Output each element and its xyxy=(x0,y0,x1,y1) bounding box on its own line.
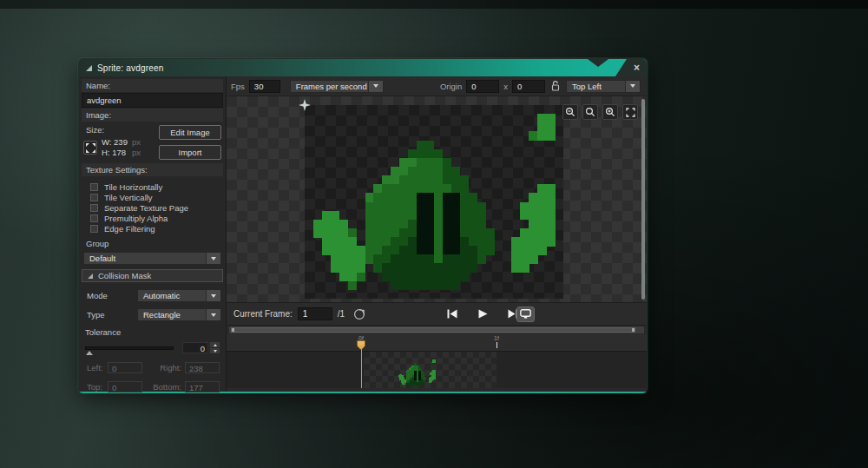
checkbox-row-edge-filtering[interactable]: Edge Filtering xyxy=(90,223,223,234)
timeline-scrollbar[interactable] xyxy=(228,326,645,334)
expand-arrows-icon xyxy=(86,143,95,153)
zoom-in-button[interactable] xyxy=(602,104,618,120)
name-label: Name: xyxy=(82,79,223,92)
play-button[interactable] xyxy=(476,307,490,321)
scrollbar-right-grip[interactable] xyxy=(632,328,635,332)
sprite-canvas[interactable] xyxy=(227,96,647,303)
sprite-properties-panel: Name: avdgreen Image: Size: xyxy=(79,76,227,392)
edit-image-button[interactable]: Edit Image xyxy=(159,125,221,140)
preview-toggle-button[interactable] xyxy=(516,307,535,322)
checkbox-row-premultiply-alpha[interactable]: Premultiply Alpha xyxy=(90,213,223,223)
tolerance-slider[interactable] xyxy=(85,346,174,350)
frame-0-tick-label: 0f xyxy=(358,335,364,341)
height-px-unit: px xyxy=(132,148,141,158)
origin-preset-value: Top Left xyxy=(567,81,625,92)
mode-label: Mode xyxy=(83,291,137,300)
loop-playback-button[interactable] xyxy=(352,307,366,321)
transport-controls xyxy=(445,307,520,321)
scrollbar-left-grip[interactable] xyxy=(232,328,234,332)
unlock-icon xyxy=(551,81,560,91)
triangle-down-icon xyxy=(214,350,217,353)
current-frame-input[interactable]: 1 xyxy=(298,307,332,320)
width-px-unit: px xyxy=(132,137,141,148)
checkbox-label: Edge Filtering xyxy=(104,224,155,234)
checkbox-row-tile-vertically[interactable]: Tile Vertically xyxy=(90,192,223,202)
origin-marker-icon[interactable] xyxy=(299,99,311,111)
playhead-line[interactable] xyxy=(361,349,363,388)
speed-mode-dropdown[interactable]: Frames per second xyxy=(290,80,384,93)
close-icon[interactable]: × xyxy=(634,63,640,73)
current-frame-label: Current Frame: xyxy=(233,309,293,319)
dropdown-arrow-button[interactable] xyxy=(206,253,220,264)
zoom-out-button[interactable] xyxy=(562,104,578,120)
collision-mode-dropdown[interactable]: Automatic xyxy=(137,289,221,302)
chevron-down-icon xyxy=(211,257,216,260)
origin-separator: x xyxy=(503,82,508,91)
spinner-up-button[interactable] xyxy=(210,342,220,347)
tolerance-label: Tolerance xyxy=(82,327,223,337)
slider-thumb[interactable] xyxy=(86,351,93,355)
chevron-down-icon xyxy=(630,84,635,88)
checkbox-icon[interactable] xyxy=(90,204,98,212)
checkbox-row-tile-horizontally[interactable]: Tile Horizontally xyxy=(90,181,223,192)
dropdown-arrow-button[interactable] xyxy=(206,309,220,320)
dropdown-arrow-button[interactable] xyxy=(206,290,220,301)
dropdown-arrow-button[interactable] xyxy=(368,81,383,92)
spinner-down-button[interactable] xyxy=(210,348,220,353)
frame-1-tick-label: 1f xyxy=(494,335,499,341)
collision-type-dropdown[interactable]: Rectangle xyxy=(137,308,221,321)
origin-preset-dropdown[interactable]: Top Left xyxy=(566,80,641,93)
bottom-bound-input[interactable]: 177 xyxy=(185,381,220,392)
collapse-triangle-icon[interactable] xyxy=(88,274,93,279)
timeline-frame-track[interactable] xyxy=(227,352,647,388)
zoom-reset-button[interactable] xyxy=(582,104,598,120)
origin-lock-button[interactable] xyxy=(549,81,562,91)
fit-to-view-button[interactable] xyxy=(622,104,638,120)
origin-label: Origin xyxy=(440,82,462,91)
sprite-image xyxy=(305,105,563,299)
timeline-scrollbar-thumb[interactable] xyxy=(231,327,635,333)
go-to-first-frame-button[interactable] xyxy=(445,307,459,321)
origin-x-input[interactable]: 0 xyxy=(466,80,499,93)
import-button[interactable]: Import xyxy=(159,145,221,160)
chevron-down-icon xyxy=(373,84,378,88)
playback-bar: Current Frame: 1 /1 xyxy=(227,303,647,326)
tolerance-value-input[interactable]: 0 xyxy=(182,342,208,353)
right-bound-input[interactable]: 238 xyxy=(185,362,220,373)
checkbox-icon[interactable] xyxy=(90,183,98,191)
checkbox-label: Tile Horizontally xyxy=(104,182,162,192)
timeline-ruler[interactable]: 0f 1f xyxy=(227,334,647,352)
speed-mode-value: Frames per second xyxy=(291,81,368,92)
sprite-name-input[interactable]: avdgreen xyxy=(82,93,223,108)
window-titlebar[interactable]: Sprite: avdgreen × xyxy=(79,59,647,76)
texture-group-dropdown[interactable]: Default xyxy=(83,252,221,265)
texture-settings-label: Texture Settings: xyxy=(82,163,223,176)
triangle-up-icon xyxy=(214,344,217,346)
dropdown-arrow-button[interactable] xyxy=(625,81,640,92)
resize-sprite-button[interactable] xyxy=(83,141,97,155)
checkbox-icon[interactable] xyxy=(90,214,98,222)
origin-y-input[interactable]: 0 xyxy=(512,80,545,93)
animation-timeline: 0f 1f xyxy=(227,334,647,388)
fps-input[interactable]: 30 xyxy=(249,80,280,93)
left-bound-input[interactable]: 0 xyxy=(108,362,142,373)
chevron-down-icon xyxy=(211,313,216,317)
top-bound-input[interactable]: 0 xyxy=(108,381,142,392)
checkbox-icon[interactable] xyxy=(90,194,98,201)
frame-0-thumbnail[interactable] xyxy=(397,358,437,387)
sprite-height-value: H: 178 xyxy=(102,148,128,158)
collision-mode-value: Automatic xyxy=(138,290,206,301)
right-bound-label: Right: xyxy=(150,363,181,372)
collision-mask-section-header[interactable]: Collision Mask xyxy=(82,269,223,282)
image-label: Image: xyxy=(82,109,223,122)
size-section: Size: W: 239 H: 178 xyxy=(82,122,223,163)
checkbox-label: Tile Vertically xyxy=(104,193,153,202)
sprite-preview-region: Fps 30 Frames per second Origin 0 x 0 xyxy=(227,76,647,392)
sprite-image-bounds[interactable] xyxy=(305,105,563,299)
collapse-triangle-icon[interactable] xyxy=(86,65,92,71)
collision-type-value: Rectangle xyxy=(138,309,206,320)
checkbox-row-separate-texture-page[interactable]: Separate Texture Page xyxy=(90,202,223,213)
canvas-vertical-scrollbar[interactable] xyxy=(641,99,645,300)
size-label: Size: xyxy=(83,124,159,137)
checkbox-icon[interactable] xyxy=(90,225,98,233)
